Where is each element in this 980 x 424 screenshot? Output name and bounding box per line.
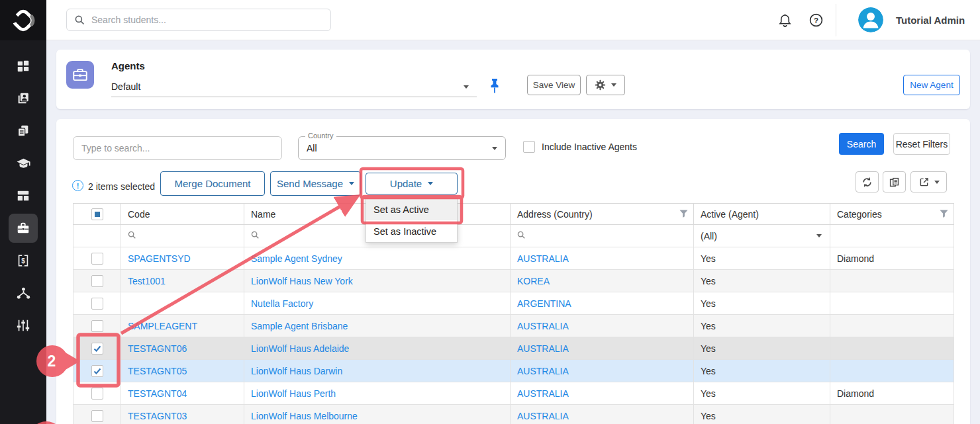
row-select-cell[interactable] [74,382,121,405]
column-header-address[interactable]: Address (Country) [511,204,694,225]
agent-name-link[interactable]: Sample Agent Brisbane [251,321,348,331]
row-select-cell[interactable] [74,315,121,337]
chevron-down-icon [492,147,497,150]
row-checkbox[interactable] [91,388,103,400]
new-agent-button[interactable]: New Agent [903,75,960,95]
agent-country-link[interactable]: ARGENTINA [517,298,571,309]
menu-item-set-as-inactive[interactable]: Set as Inactive [366,220,457,242]
row-checkbox[interactable] [91,298,103,310]
row-checkbox[interactable] [91,343,103,355]
table-row[interactable]: Test1001 LionWolf Haus New York KOREA Ye… [74,270,954,292]
row-checkbox[interactable] [91,365,103,377]
user-avatar[interactable] [858,7,883,32]
filter-funnel-icon[interactable] [940,210,948,218]
code-filter-cell[interactable] [121,225,244,247]
sidebar-item-network[interactable] [9,278,38,308]
app-window: ? Tutorial Admin [0,0,980,424]
save-view-button[interactable]: Save View [527,75,581,95]
sidebar-item-layouts[interactable] [9,181,38,210]
agent-name-link[interactable]: LionWolf Haus New York [251,276,353,286]
select-all-checkbox[interactable] [91,208,103,220]
include-inactive-toggle[interactable]: Include Inactive Agents [523,141,637,153]
app-logo[interactable] [0,0,46,40]
agent-name-link[interactable]: LionWolf Haus Darwin [251,366,342,376]
agent-code-link[interactable]: TESTAGNT04 [128,388,187,399]
table-row[interactable]: Nutella Factory ARGENTINA Yes [74,292,954,315]
country-select[interactable]: Country All [298,136,506,160]
row-checkbox[interactable] [91,253,103,265]
global-search[interactable] [66,9,331,31]
sidebar-item-documents[interactable] [9,116,38,146]
sidebar-item-students[interactable] [9,149,38,178]
svg-text:?: ? [813,16,818,24]
view-settings-button[interactable] [586,75,625,95]
reset-filters-button[interactable]: Reset Filters [893,133,950,155]
column-header-code[interactable]: Code [121,204,244,225]
row-select-cell[interactable] [74,247,121,270]
export-button[interactable] [910,171,947,192]
update-button[interactable]: Update [366,173,458,194]
sidebar-item-settings[interactable] [9,311,38,340]
global-search-input[interactable] [91,15,303,25]
sidebar-item-dashboard[interactable] [9,52,38,81]
row-checkbox[interactable] [91,410,103,422]
sidebar-item-agents[interactable] [9,214,38,243]
row-select-cell[interactable] [74,405,121,424]
agent-code-link[interactable]: SAMPLEAGENT [128,321,197,331]
copy-button[interactable] [883,171,906,192]
agent-name-link[interactable]: LionWolf Haus Perth [251,388,336,399]
user-name[interactable]: Tutorial Admin [896,0,965,40]
agent-name-link[interactable]: LionWolf Haus Adelaide [251,343,349,354]
agent-country-link[interactable]: AUSTRALIA [517,253,569,264]
sidebar-item-contacts[interactable] [9,84,38,113]
agent-country-link[interactable]: AUSTRALIA [517,366,569,376]
agent-code-link[interactable]: TESTAGNT03 [128,411,187,421]
notifications-button[interactable] [776,11,793,28]
categories-filter-cell[interactable] [830,225,954,247]
header-row: Code Name Address (Country) Active (Agen… [74,204,954,225]
refresh-button[interactable] [856,171,879,192]
send-message-button[interactable]: Send Message [270,171,361,196]
chevron-down-icon [349,182,354,185]
table-row[interactable]: TESTAGNT06 LionWolf Haus Adelaide AUSTRA… [74,337,954,360]
row-select-cell[interactable] [74,360,121,382]
agent-name-link[interactable]: Nutella Factory [251,298,313,309]
agent-country-link[interactable]: AUSTRALIA [517,388,569,399]
row-select-cell[interactable] [74,292,121,315]
column-header-categories[interactable]: Categories [830,204,954,225]
agent-name-link[interactable]: LionWolf Haus Melbourne [251,411,358,421]
agent-code-link[interactable]: SPAGENTSYD [128,253,191,264]
grid-search-input[interactable] [81,143,267,153]
include-inactive-checkbox[interactable] [523,141,535,153]
search-button[interactable]: Search [839,133,884,155]
agent-code-link[interactable]: Test1001 [128,276,166,286]
country-select-value: All [307,143,317,153]
row-select-cell[interactable] [74,270,121,292]
row-select-cell[interactable] [74,337,121,360]
agent-country-link[interactable]: AUSTRALIA [517,411,569,421]
agent-code-link[interactable]: TESTAGNT06 [128,343,187,354]
sidebar-item-billing[interactable]: $ [9,246,38,275]
table-row[interactable]: TESTAGNT05 LionWolf Haus Darwin AUSTRALI… [74,360,954,382]
menu-item-set-as-active[interactable]: Set as Active [366,198,457,220]
view-select[interactable]: Default [111,76,477,97]
agent-code-link[interactable]: TESTAGNT05 [128,366,187,376]
table-row[interactable]: SAMPLEAGENT Sample Agent Brisbane AUSTRA… [74,315,954,337]
agent-name-link[interactable]: Sample Agent Sydney [251,253,342,264]
table-row[interactable]: TESTAGNT04 LionWolf Haus Perth AUSTRALIA… [74,382,954,405]
pin-view-button[interactable] [487,77,503,96]
active-filter-select[interactable]: (All) [694,225,830,247]
help-button[interactable]: ? [807,11,824,28]
merge-document-button[interactable]: Merge Document [160,171,265,196]
agent-country-link[interactable]: AUSTRALIA [517,321,569,331]
address-filter-cell[interactable] [511,225,694,247]
table-row[interactable]: SPAGENTSYD Sample Agent Sydney AUSTRALIA… [74,247,954,270]
row-checkbox[interactable] [91,275,103,287]
row-checkbox[interactable] [91,320,103,332]
filter-funnel-icon[interactable] [679,210,688,218]
agent-country-link[interactable]: KOREA [517,276,550,286]
column-header-active[interactable]: Active (Agent) [694,204,830,225]
agent-country-link[interactable]: AUSTRALIA [517,343,569,354]
table-row[interactable]: TESTAGNT03 LionWolf Haus Melbourne AUSTR… [74,405,954,424]
grid-search-field[interactable] [73,136,282,160]
